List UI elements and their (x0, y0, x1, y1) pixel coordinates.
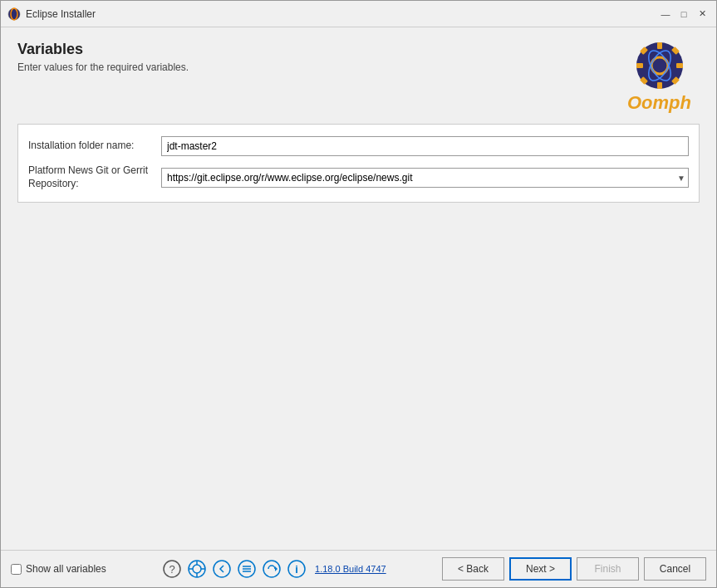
svg-rect-5 (636, 63, 643, 68)
svg-rect-3 (657, 42, 662, 49)
show-all-label: Show all variables (26, 563, 106, 575)
main-window: Eclipse Installer — □ ✕ Variables Enter … (0, 0, 717, 588)
bottom-left: Show all variables (11, 563, 106, 575)
refresh-button[interactable] (262, 559, 282, 579)
tools-button[interactable] (187, 559, 207, 579)
oomph-icon (635, 41, 685, 91)
title-bar-left: Eclipse Installer (7, 7, 96, 21)
maximize-button[interactable]: □ (676, 7, 691, 22)
oomph-logo: Oomph (627, 41, 691, 114)
form-row-repo: Platform News Git or Gerrit Repository: … (28, 164, 689, 190)
list-button[interactable] (237, 559, 257, 579)
refresh-icon (263, 560, 281, 578)
form-row-folder: Installation folder name: (28, 136, 689, 156)
back-icon (213, 560, 231, 578)
title-bar: Eclipse Installer — □ ✕ (1, 1, 716, 27)
help-button[interactable]: ? (162, 559, 182, 579)
repo-select[interactable]: https://git.eclipse.org/r/www.eclipse.or… (161, 168, 689, 188)
svg-rect-4 (657, 82, 662, 89)
svg-rect-6 (676, 63, 683, 68)
close-button[interactable]: ✕ (695, 7, 710, 22)
help-icon: ? (163, 560, 181, 578)
window-title: Eclipse Installer (26, 8, 96, 20)
main-content: Variables Enter values for the required … (1, 27, 716, 550)
finish-button[interactable]: Finish (577, 557, 639, 581)
title-bar-controls: — □ ✕ (658, 7, 710, 22)
info-icon: i (287, 560, 306, 578)
folder-label: Installation folder name: (28, 140, 161, 153)
bottom-bar: Show all variables ? (1, 550, 716, 587)
svg-point-0 (8, 8, 20, 20)
list-icon (238, 560, 256, 578)
page-title: Variables (17, 41, 189, 58)
repo-label: Platform News Git or Gerrit Repository: (28, 164, 161, 190)
bottom-icons: ? (162, 559, 386, 579)
show-all-variables-checkbox[interactable]: Show all variables (11, 563, 106, 575)
bottom-right: < Back Next > Finish Cancel (442, 557, 706, 581)
spacer (17, 211, 700, 550)
tools-icon (188, 560, 206, 578)
form-section: Installation folder name: Platform News … (17, 124, 700, 203)
svg-point-18 (193, 565, 201, 573)
page-subtitle: Enter values for the required variables. (17, 61, 189, 73)
header-section: Variables Enter values for the required … (17, 41, 700, 114)
svg-text:i: i (295, 563, 298, 576)
back-action-button[interactable] (212, 559, 232, 579)
build-link[interactable]: 1.18.0 Build 4747 (315, 564, 386, 574)
svg-marker-29 (275, 566, 277, 571)
content-area: Variables Enter values for the required … (1, 27, 716, 550)
header-text: Variables Enter values for the required … (17, 41, 189, 73)
show-all-checkbox-input[interactable] (11, 564, 22, 575)
oomph-label: Oomph (627, 92, 691, 114)
eclipse-icon (7, 7, 21, 21)
back-button[interactable]: < Back (442, 557, 504, 581)
svg-point-23 (214, 561, 230, 577)
repo-select-wrapper: https://git.eclipse.org/r/www.eclipse.or… (161, 168, 689, 188)
next-button[interactable]: Next > (509, 557, 572, 581)
svg-text:?: ? (169, 563, 174, 576)
cancel-button[interactable]: Cancel (644, 557, 706, 581)
installation-folder-input[interactable] (161, 136, 689, 156)
info-button[interactable]: i (287, 559, 307, 579)
minimize-button[interactable]: — (658, 7, 673, 22)
